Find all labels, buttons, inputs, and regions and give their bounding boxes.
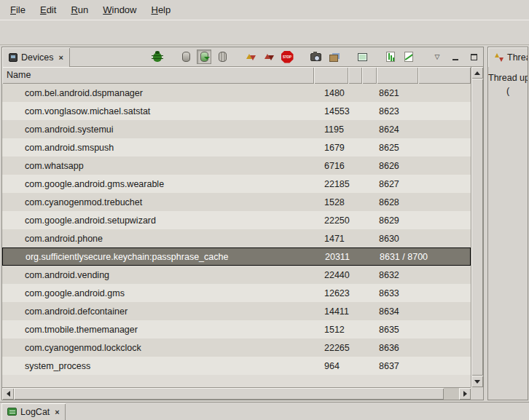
scroll-left-button[interactable] xyxy=(2,388,14,400)
horizontal-scroll-track[interactable] xyxy=(444,388,459,400)
triangle-right-icon xyxy=(463,391,467,397)
process-pid: 12623 xyxy=(314,288,348,298)
table-row[interactable]: com.android.defcontainer 14411 8634 xyxy=(2,302,471,320)
table-row[interactable]: com.whatsapp 6716 8626 xyxy=(2,156,471,175)
sysinfo-line-icon[interactable] xyxy=(401,49,416,64)
tab-devices-close-icon[interactable]: × xyxy=(57,53,63,62)
screenshot-icon[interactable] xyxy=(308,49,323,64)
tab-devices[interactable]: Devices × xyxy=(2,47,70,67)
table-row[interactable]: com.android.vending 22440 8632 xyxy=(2,266,471,284)
chevron-down-icon: ▽ xyxy=(435,54,440,60)
column-header-4[interactable] xyxy=(362,67,377,84)
triangle-down-icon xyxy=(474,380,480,384)
gc-trash-icon xyxy=(219,52,227,62)
process-name: com.android.systemui xyxy=(2,124,314,135)
vertical-scroll-thumb[interactable] xyxy=(471,79,483,376)
process-port: 8624 xyxy=(377,124,418,135)
minimize-glyph-icon xyxy=(452,59,458,60)
table-row[interactable]: com.google.android.gms 12623 8633 xyxy=(2,284,471,302)
process-port: 8635 xyxy=(377,325,418,335)
scroll-right-button[interactable] xyxy=(459,388,471,400)
table-row[interactable]: com.tmobile.thememanager 1512 8635 xyxy=(2,320,471,338)
sysinfo-bars-icon[interactable] xyxy=(383,49,398,64)
tab-logcat-label: LogCat xyxy=(20,407,50,417)
table-row[interactable]: com.android.phone 1471 8630 xyxy=(2,229,471,247)
process-port: 8634 xyxy=(377,306,418,317)
process-port: 8627 xyxy=(377,179,418,189)
process-pid: 14411 xyxy=(314,306,348,317)
process-name: com.vonglasow.michael.satstat xyxy=(2,106,314,116)
tab-logcat-close-icon[interactable]: × xyxy=(53,408,59,416)
process-name: com.whatsapp xyxy=(2,161,314,171)
vertical-scrollbar[interactable] xyxy=(471,67,483,387)
heap-cylinder-icon xyxy=(182,52,190,62)
table-row[interactable]: com.google.android.gms.wearable 22185 86… xyxy=(2,175,471,193)
green-bars-icon xyxy=(386,52,395,62)
process-name: com.android.phone xyxy=(2,234,314,244)
process-port: 8625 xyxy=(377,143,418,153)
menu-bar: File Edit Run Window Help xyxy=(0,0,529,20)
process-name: com.bel.android.dspmanager xyxy=(2,88,314,98)
table-row[interactable]: com.android.smspush 1679 8625 xyxy=(2,138,471,156)
process-pid: 6716 xyxy=(314,161,348,171)
bottom-tab-bar: LogCat × xyxy=(0,402,529,420)
table-row[interactable]: com.cyanogenmod.trebuchet 1528 8628 xyxy=(2,193,471,211)
tab-threads[interactable]: Threads xyxy=(488,47,528,67)
table-row[interactable]: com.bel.android.dspmanager 1480 8621 xyxy=(2,84,471,102)
tab-logcat[interactable]: LogCat × xyxy=(1,403,66,420)
devices-view: Devices × STOP ▽ Nam xyxy=(1,47,484,400)
process-port: 8633 xyxy=(377,288,418,298)
view-menu-icon[interactable]: ▽ xyxy=(430,49,444,64)
process-pid: 20311 xyxy=(315,252,349,262)
update-threads-icon[interactable] xyxy=(243,49,258,64)
scroll-up-button[interactable] xyxy=(471,67,483,79)
table-row[interactable]: com.cyanogenmod.lockclock 22265 8636 xyxy=(2,338,471,357)
column-header-name[interactable]: Name xyxy=(2,67,314,84)
process-pid: 1528 xyxy=(314,197,348,207)
debug-process-icon[interactable] xyxy=(150,49,165,64)
process-name: com.android.vending xyxy=(2,270,314,280)
table-row[interactable]: org.sufficientlysecure.keychain:passphra… xyxy=(2,247,471,266)
dump-hprof-icon[interactable] xyxy=(197,49,211,64)
stop-sign-icon: STOP xyxy=(281,51,294,63)
menu-file[interactable]: File xyxy=(3,1,33,18)
table-row[interactable]: com.google.android.setupwizard 22250 862… xyxy=(2,211,471,229)
monitor-icon xyxy=(358,53,367,61)
process-name: com.google.android.gms xyxy=(2,288,314,298)
process-pid: 1471 xyxy=(314,234,348,244)
devices-tabbar: Devices × STOP ▽ xyxy=(2,47,483,67)
menu-edit[interactable]: Edit xyxy=(33,1,63,18)
stop-process-icon[interactable]: STOP xyxy=(280,49,294,64)
process-pid: 22265 xyxy=(314,343,348,353)
column-header-port[interactable] xyxy=(377,67,418,84)
process-name: com.tmobile.thememanager xyxy=(2,325,314,335)
column-header-3[interactable] xyxy=(348,67,362,84)
minimize-icon[interactable] xyxy=(448,49,463,64)
view-hierarchy-icon[interactable] xyxy=(355,49,369,64)
capture-all-icon[interactable] xyxy=(326,49,341,64)
cause-gc-icon[interactable] xyxy=(215,49,230,64)
process-table-body: com.bel.android.dspmanager 1480 8621 com… xyxy=(2,84,471,387)
process-name: com.android.defcontainer xyxy=(2,306,314,317)
maximize-icon[interactable] xyxy=(466,49,481,64)
process-port: 8628 xyxy=(377,197,418,207)
update-heap-icon[interactable] xyxy=(179,49,193,64)
process-port: 8632 xyxy=(377,270,418,280)
horizontal-scroll-thumb[interactable] xyxy=(14,388,444,400)
table-row[interactable]: com.vonglasow.michael.satstat 14553 8623 xyxy=(2,102,471,120)
horizontal-scrollbar[interactable] xyxy=(2,387,471,400)
start-method-profiling-icon[interactable] xyxy=(262,49,276,64)
process-port: 8623 xyxy=(377,106,418,116)
table-row[interactable]: system_process 964 8637 xyxy=(2,357,471,375)
scroll-down-button[interactable] xyxy=(471,376,483,387)
logcat-tab-icon xyxy=(7,408,17,416)
threads-message-line1: Thread up xyxy=(488,71,528,84)
menu-help[interactable]: Help xyxy=(144,1,178,18)
process-name: org.sufficientlysecure.keychain:passphra… xyxy=(3,252,315,262)
menu-window[interactable]: Window xyxy=(95,1,144,18)
menu-run[interactable]: Run xyxy=(63,1,95,18)
column-header-pid[interactable] xyxy=(314,67,348,84)
main-toolbar-strip xyxy=(0,20,529,45)
process-table-header: Name xyxy=(2,67,471,84)
table-row[interactable]: com.android.systemui 1195 8624 xyxy=(2,120,471,138)
